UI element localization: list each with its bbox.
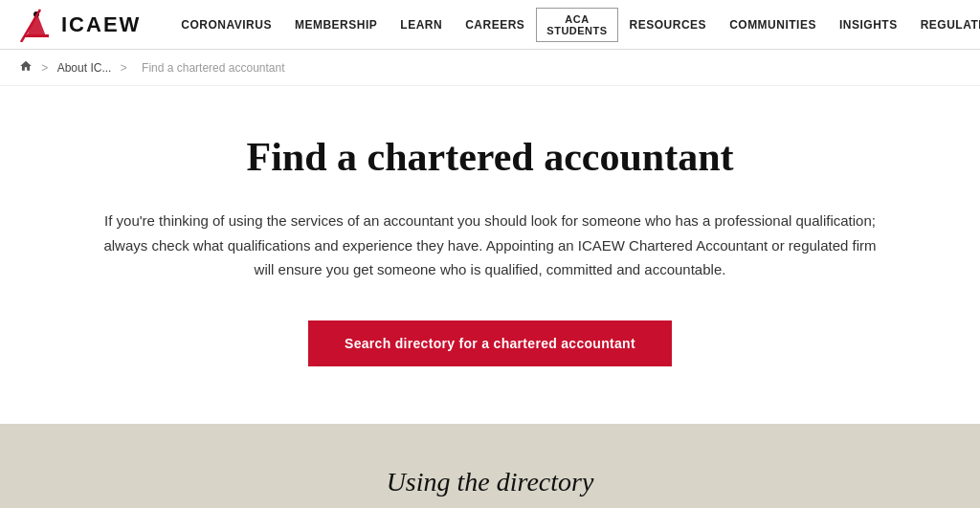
nav-item-membership[interactable]: MEMBERSHIP [283,0,389,50]
nav-item-communities[interactable]: COMMUNITIES [718,0,828,50]
nav-link-learn[interactable]: LEARN [389,0,454,50]
nav-link-resources[interactable]: RESOURCES [618,0,719,50]
breadcrumb: > About IC... > Find a chartered account… [0,50,980,86]
main-content: Find a chartered accountant If you're th… [59,86,921,424]
nav-link-aca-students[interactable]: ACA STUDENTS [536,8,617,42]
breadcrumb-current: Find a chartered accountant [142,61,284,75]
main-description: If you're thinking of using the services… [98,209,882,282]
page-title: Find a chartered accountant [78,134,902,180]
home-icon [19,59,33,73]
nav-item-resources[interactable]: RESOURCES [618,0,719,50]
nav-item-regulation[interactable]: REGULATION [909,0,980,50]
icaew-logo-icon [19,8,54,42]
logo-link[interactable]: ICAEW [19,8,141,42]
breadcrumb-about[interactable]: About IC... [57,61,112,75]
logo-text: ICAEW [61,12,141,37]
nav-link-careers[interactable]: CAREERS [454,0,536,50]
nav-item-insights[interactable]: INSIGHTS [828,0,909,50]
nav-item-learn[interactable]: LEARN [389,0,454,50]
main-navigation: ICAEW CORONAVIRUS MEMBERSHIP LEARN CAREE… [0,0,980,50]
breadcrumb-home[interactable] [19,59,33,76]
nav-link-membership[interactable]: MEMBERSHIP [283,0,389,50]
search-directory-button[interactable]: Search directory for a chartered account… [308,320,672,366]
nav-item-aca-students[interactable]: ACA STUDENTS [536,8,617,42]
nav-item-careers[interactable]: CAREERS [454,0,536,50]
svg-rect-2 [24,34,49,37]
nav-item-coronavirus[interactable]: CORONAVIRUS [169,0,283,50]
breadcrumb-separator-2: > [117,61,130,75]
directory-section: Using the directory Browse ICAEW's offic… [0,424,980,509]
nav-link-regulation[interactable]: REGULATION [909,0,980,50]
nav-link-insights[interactable]: INSIGHTS [828,0,909,50]
breadcrumb-separator-1: > [38,61,52,75]
nav-link-coronavirus[interactable]: CORONAVIRUS [169,0,283,50]
nav-link-communities[interactable]: COMMUNITIES [718,0,828,50]
nav-links: CORONAVIRUS MEMBERSHIP LEARN CAREERS ACA… [169,0,980,50]
directory-title: Using the directory [38,467,942,497]
